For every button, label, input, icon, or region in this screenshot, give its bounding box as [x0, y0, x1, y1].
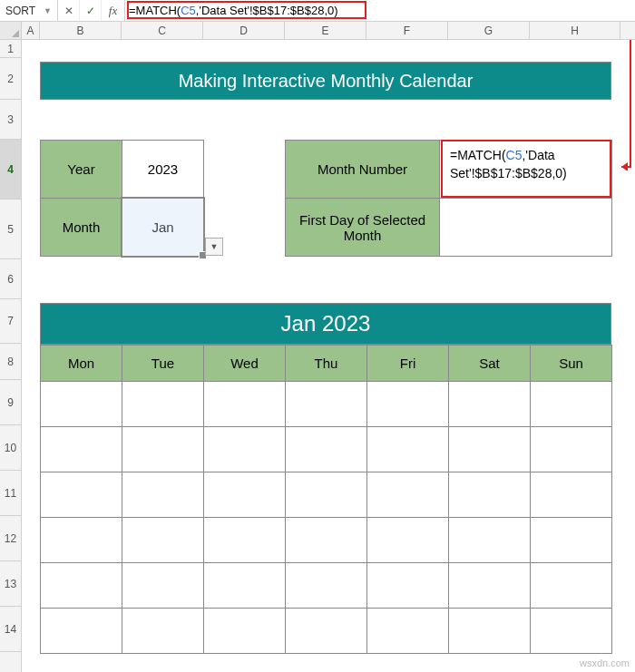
year-value-cell[interactable]: 2023 — [122, 141, 204, 199]
row-header-10[interactable]: 10 — [0, 425, 21, 471]
calendar-cell[interactable] — [286, 427, 367, 472]
calendar-cell[interactable] — [286, 382, 367, 427]
calendar-cell[interactable] — [122, 382, 204, 427]
row-header-12[interactable]: 12 — [0, 516, 21, 561]
calendar-cell[interactable] — [41, 382, 122, 427]
col-header-g[interactable]: G — [448, 22, 530, 39]
col-header-a[interactable]: A — [22, 22, 40, 39]
col-header-c[interactable]: C — [122, 22, 203, 39]
calendar-grid: Mon Tue Wed Thu Fri Sat Sun — [40, 345, 612, 654]
calendar-title: Jan 2023 — [40, 303, 611, 345]
calendar-cell[interactable] — [122, 427, 204, 472]
calendar-cell[interactable] — [449, 563, 531, 609]
calendar-cell[interactable] — [286, 472, 367, 518]
calendar-cell[interactable] — [286, 518, 367, 563]
calendar-cell[interactable] — [41, 563, 122, 609]
formula-bar: SORT ▼ ✕ ✓ fx =MATCH(C5,'Data Set'!$B$17… — [0, 0, 635, 22]
calendar-cell[interactable] — [122, 563, 204, 609]
row-headers: 1 2 3 4 5 6 7 8 9 10 11 12 13 14 — [0, 40, 22, 672]
row-header-8[interactable]: 8 — [0, 344, 21, 380]
page-title: Making Interactive Monthly Calendar — [40, 62, 611, 100]
row-header-1[interactable]: 1 — [0, 40, 21, 58]
row-header-4[interactable]: 4 — [0, 140, 21, 200]
calendar-cell[interactable] — [531, 609, 612, 654]
column-headers: A B C D E F G H — [0, 22, 635, 40]
calendar-cell[interactable] — [122, 472, 204, 518]
calendar-cell[interactable] — [204, 563, 286, 609]
name-box[interactable]: SORT ▼ — [0, 0, 58, 21]
row-header-2[interactable]: 2 — [0, 58, 21, 100]
worksheet-area[interactable]: Making Interactive Monthly Calendar Year… — [22, 40, 635, 672]
calendar-cell[interactable] — [449, 427, 531, 472]
calendar-cell[interactable] — [286, 563, 367, 609]
calendar-cell[interactable] — [204, 472, 286, 518]
dropdown-button[interactable]: ▼ — [205, 238, 223, 256]
col-header-d[interactable]: D — [203, 22, 285, 39]
calendar-cell[interactable] — [531, 518, 612, 563]
calendar-row — [41, 518, 612, 563]
month-number-label: Month Number — [286, 141, 440, 199]
calendar-cell[interactable] — [41, 427, 122, 472]
day-header-sun: Sun — [531, 346, 612, 382]
calendar-cell[interactable] — [204, 518, 286, 563]
accept-formula-button[interactable]: ✓ — [80, 0, 102, 21]
calendar-cell[interactable] — [41, 609, 122, 654]
row-header-5[interactable]: 5 — [0, 200, 21, 259]
year-month-table: Year 2023 Month Jan ▼ — [40, 140, 204, 257]
calendar-cell[interactable] — [367, 472, 449, 518]
calendar-cell[interactable] — [367, 382, 449, 427]
row-header-6[interactable]: 6 — [0, 259, 21, 299]
day-header-wed: Wed — [204, 346, 286, 382]
calendar-cell[interactable] — [531, 472, 612, 518]
calendar-cell[interactable] — [204, 609, 286, 654]
row-header-3[interactable]: 3 — [0, 100, 21, 140]
calendar-cell[interactable] — [41, 518, 122, 563]
calendar-cell[interactable] — [531, 382, 612, 427]
calendar-cell[interactable] — [367, 427, 449, 472]
row-header-7[interactable]: 7 — [0, 299, 21, 344]
first-day-cell[interactable] — [440, 199, 612, 257]
calendar-cell[interactable] — [122, 518, 204, 563]
calendar-cell[interactable] — [449, 609, 531, 654]
formula-text: =MATCH(C5,'Data Set'!$B$17:$B$28,0) — [129, 4, 338, 17]
chevron-down-icon: ▼ — [210, 242, 219, 251]
chevron-down-icon[interactable]: ▼ — [44, 6, 52, 15]
day-header-thu: Thu — [286, 346, 367, 382]
month-value-cell[interactable]: Jan ▼ — [122, 199, 204, 257]
calendar-cell[interactable] — [122, 609, 204, 654]
day-header-tue: Tue — [122, 346, 204, 382]
calendar-row — [41, 472, 612, 518]
calendar-cell[interactable] — [367, 609, 449, 654]
row-header-11[interactable]: 11 — [0, 471, 21, 516]
row-header-9[interactable]: 9 — [0, 380, 21, 425]
month-label: Month — [41, 199, 122, 257]
col-header-e[interactable]: E — [285, 22, 366, 39]
calendar-cell[interactable] — [531, 427, 612, 472]
day-header-fri: Fri — [367, 346, 449, 382]
calendar-cell[interactable] — [367, 518, 449, 563]
calendar-cell[interactable] — [204, 427, 286, 472]
day-header-mon: Mon — [41, 346, 122, 382]
select-all-corner[interactable] — [0, 22, 22, 39]
calendar-cell[interactable] — [449, 518, 531, 563]
row-header-14[interactable]: 14 — [0, 607, 21, 652]
active-formula-cell[interactable]: =MATCH(C5,'Data Set'!$B$17:$B$28,0) — [441, 140, 611, 198]
calendar-cell[interactable] — [286, 609, 367, 654]
calendar-cell[interactable] — [531, 563, 612, 609]
calendar-cell[interactable] — [367, 563, 449, 609]
calendar-row — [41, 382, 612, 427]
day-header-sat: Sat — [449, 346, 531, 382]
name-box-value: SORT — [5, 5, 35, 17]
row-header-13[interactable]: 13 — [0, 561, 21, 607]
formula-input[interactable]: =MATCH(C5,'Data Set'!$B$17:$B$28,0) — [125, 0, 635, 21]
col-header-b[interactable]: B — [40, 22, 122, 39]
calendar-cell[interactable] — [204, 382, 286, 427]
calendar-cell[interactable] — [449, 382, 531, 427]
cancel-formula-button[interactable]: ✕ — [58, 0, 80, 21]
calendar-cell[interactable] — [41, 472, 122, 518]
col-header-h[interactable]: H — [530, 22, 620, 39]
fx-button[interactable]: fx — [102, 0, 125, 21]
col-header-f[interactable]: F — [366, 22, 448, 39]
calendar-row — [41, 427, 612, 472]
calendar-cell[interactable] — [449, 472, 531, 518]
